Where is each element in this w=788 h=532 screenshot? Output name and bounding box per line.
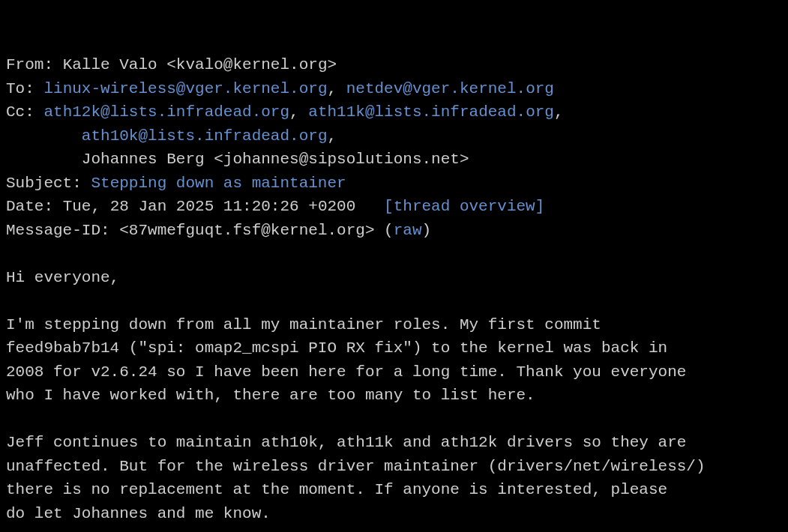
cc-link-1[interactable]: ath12k@lists.infradead.org (43, 103, 289, 121)
msgid-paren-close: ) (422, 222, 432, 239)
thread-overview-link[interactable]: [thread overview] (384, 198, 544, 215)
msgid-paren-open: ( (375, 222, 394, 239)
subject-label: Subject: (6, 175, 91, 192)
cc-link-2[interactable]: ath11k@lists.infradead.org (308, 103, 554, 121)
to-label: To: (6, 80, 43, 97)
cc-indent-2 (6, 151, 82, 168)
cc-sep-3: , (327, 127, 337, 145)
cc-sep-2: , (554, 103, 564, 121)
paragraph-2: Jeff continues to maintain ath10k, ath11… (6, 434, 706, 522)
cc-label: Cc: (6, 103, 43, 121)
msgid-label: Message-ID: (6, 222, 119, 239)
date-label: Date: (6, 198, 63, 215)
cc-name: Johannes Berg <johannes@sipsolutions.net… (82, 151, 469, 168)
date-value: Tue, 28 Jan 2025 11:20:26 +0200 (63, 198, 356, 215)
to-link-2[interactable]: netdev@vger.kernel.org (346, 80, 554, 97)
cc-link-3[interactable]: ath10k@lists.infradead.org (82, 127, 328, 145)
cc-indent-1 (6, 127, 82, 145)
msgid-value: <87wmefguqt.fsf@kernel.org> (119, 222, 374, 239)
to-separator: , (327, 80, 346, 97)
greeting: Hi everyone, (6, 269, 119, 286)
from-name: Kalle Valo <kvalo@kernel.org> (63, 56, 337, 73)
subject-link[interactable]: Stepping down as maintainer (91, 175, 346, 192)
paragraph-1: I'm stepping down from all my maintainer… (6, 316, 686, 405)
raw-link[interactable]: raw (394, 222, 422, 239)
date-sep (355, 198, 384, 215)
to-link-1[interactable]: linux-wireless@vger.kernel.org (43, 80, 327, 97)
cc-sep-1: , (289, 103, 308, 121)
from-label: From: (6, 56, 63, 73)
email-content: From: Kalle Valo <kvalo@kernel.org> To: … (6, 53, 782, 532)
